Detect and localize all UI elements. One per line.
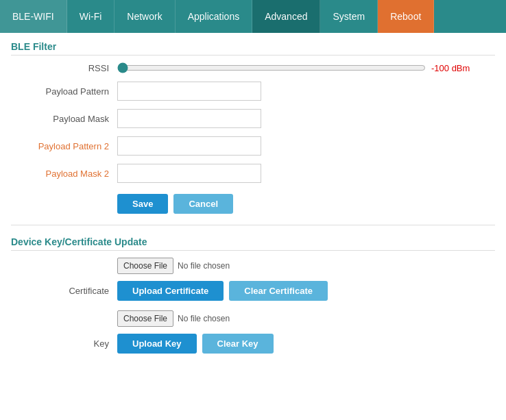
payload-pattern-label: Payload Pattern xyxy=(11,86,117,97)
upload-certificate-button[interactable]: Upload Certificate xyxy=(117,281,224,301)
nav-item-reboot[interactable]: Reboot xyxy=(378,0,434,33)
cancel-button[interactable]: Cancel xyxy=(173,194,233,214)
choose-file-key-button[interactable]: Choose File xyxy=(117,310,173,327)
upload-key-button[interactable]: Upload Key xyxy=(117,334,197,354)
key-buttons: Upload Key Clear Key xyxy=(117,334,274,354)
payload-mask2-row: Payload Mask 2 xyxy=(11,164,495,183)
payload-mask2-label: Payload Mask 2 xyxy=(11,169,117,179)
certificate-label: Certificate xyxy=(11,286,117,296)
nav-item-system[interactable]: System xyxy=(320,0,378,33)
payload-mask-row: Payload Mask xyxy=(11,109,495,128)
clear-certificate-button[interactable]: Clear Certificate xyxy=(229,281,328,301)
key-file-row: Choose File No file chosen xyxy=(117,310,495,327)
nav-item-wifi[interactable]: Wi-Fi xyxy=(67,0,115,33)
main-content: BLE Filter RSSI -100 dBm Payload Pattern… xyxy=(0,33,506,369)
device-key-section: Device Key/Certificate Update Choose Fil… xyxy=(11,236,495,354)
nav-item-network[interactable]: Network xyxy=(115,0,175,33)
ble-filter-section-header: BLE Filter xyxy=(11,41,495,55)
payload-pattern-row: Payload Pattern xyxy=(11,82,495,101)
device-key-section-header: Device Key/Certificate Update xyxy=(11,236,495,251)
ble-filter-actions: Save Cancel xyxy=(117,194,495,214)
rssi-value: -100 dBm xyxy=(431,63,470,73)
certificate-file-row: Choose File No file chosen xyxy=(117,258,495,274)
payload-pattern2-input[interactable] xyxy=(117,136,261,156)
nav-item-advanced[interactable]: Advanced xyxy=(252,0,320,33)
payload-pattern2-label: Payload Pattern 2 xyxy=(11,141,117,151)
nav-item-ble-wifi[interactable]: BLE-WIFI xyxy=(0,0,67,33)
rssi-label: RSSI xyxy=(11,63,117,73)
key-label: Key xyxy=(11,338,117,349)
payload-mask-label: Payload Mask xyxy=(11,114,117,124)
navigation-bar: BLE-WIFI Wi-Fi Network Applications Adva… xyxy=(0,0,506,33)
save-button[interactable]: Save xyxy=(117,194,168,214)
key-row: Key Upload Key Clear Key xyxy=(11,334,495,354)
certificate-buttons: Upload Certificate Clear Certificate xyxy=(117,281,328,301)
payload-mask-input[interactable] xyxy=(117,109,261,128)
certificate-row: Certificate Upload Certificate Clear Cer… xyxy=(11,281,495,301)
payload-pattern-input[interactable] xyxy=(117,82,261,101)
key-file-chosen: No file chosen xyxy=(178,314,230,323)
rssi-row: RSSI -100 dBm xyxy=(11,62,495,73)
choose-file-cert-button[interactable]: Choose File xyxy=(117,258,173,274)
cert-file-chosen: No file chosen xyxy=(178,261,230,271)
rssi-slider[interactable] xyxy=(117,62,426,73)
payload-mask2-input[interactable] xyxy=(117,164,261,183)
clear-key-button[interactable]: Clear Key xyxy=(202,334,274,354)
section-divider xyxy=(11,225,495,225)
payload-pattern2-row: Payload Pattern 2 xyxy=(11,136,495,156)
nav-item-applications[interactable]: Applications xyxy=(176,0,253,33)
rssi-container: -100 dBm xyxy=(117,62,495,73)
